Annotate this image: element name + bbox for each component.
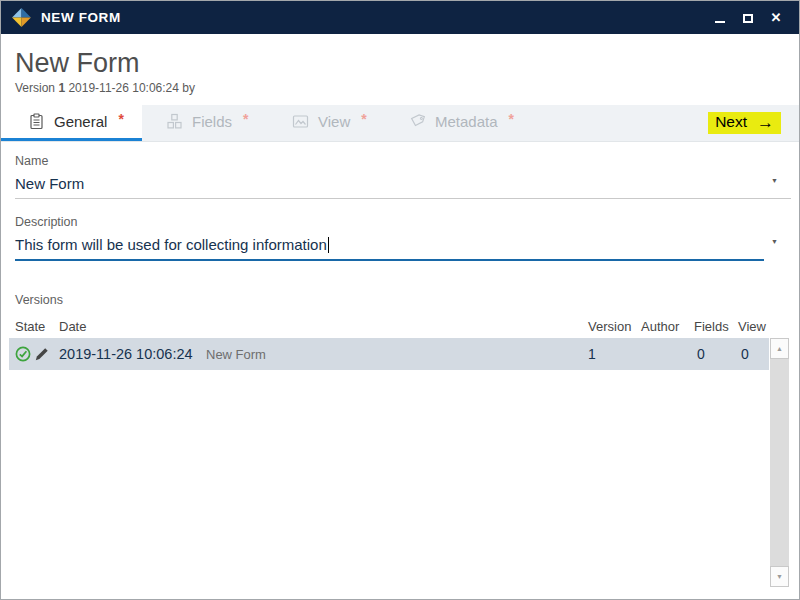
arrow-right-icon: → [757, 114, 774, 131]
tab-view-required: * [361, 111, 366, 127]
scrollbar[interactable]: ▲ ▼ [770, 338, 789, 587]
clipboard-icon [28, 113, 45, 130]
window-title: NEW FORM [41, 10, 121, 25]
version-label: Version [15, 81, 55, 95]
tab-general-label: General [54, 113, 107, 130]
col-state: State [15, 319, 59, 334]
version-by: by [182, 81, 195, 95]
description-field[interactable]: This form will be used for collecting in… [15, 229, 791, 261]
description-text: This form will be used for collecting in… [15, 236, 327, 253]
next-button[interactable]: Next → [708, 112, 781, 134]
tab-general-required: * [118, 111, 123, 127]
row-date: 2019-11-26 10:06:24 [59, 346, 206, 362]
check-circle-icon [15, 346, 31, 362]
state-cell [15, 346, 59, 362]
tab-metadata-required: * [509, 111, 514, 127]
image-icon [292, 113, 309, 130]
minimize-button[interactable] [713, 11, 727, 25]
cubes-icon [166, 113, 183, 130]
tabstrip: General * Fields * View * [1, 105, 799, 142]
tab-view-label: View [318, 113, 350, 130]
name-input[interactable]: New Form [15, 168, 791, 199]
page-header: New Form Version 1 2019-11-26 10:06:24 b… [1, 34, 799, 95]
close-button[interactable]: ✕ [769, 11, 783, 25]
app-window: NEW FORM ✕ New Form Version 1 2019-11-26… [0, 0, 800, 600]
text-cursor [328, 237, 329, 253]
scroll-up-button[interactable]: ▲ [770, 338, 789, 359]
next-button-label: Next [715, 113, 747, 131]
tab-metadata[interactable]: Metadata * [389, 105, 519, 141]
versions-header-row: State Date Version Author Fields View [9, 319, 769, 334]
table-row[interactable]: 2019-11-26 10:06:24 New Form 1 0 0 [9, 338, 769, 370]
description-dropdown-caret-icon[interactable]: ▼ [771, 238, 778, 245]
versions-label: Versions [15, 293, 785, 307]
versions-list: 2019-11-26 10:06:24 New Form 1 0 0 ▲ ▼ [9, 338, 789, 587]
version-subtitle: Version 1 2019-11-26 10:06:24 by [15, 81, 785, 95]
tab-view[interactable]: View * [272, 105, 389, 141]
tab-fields[interactable]: Fields * [142, 105, 272, 141]
col-date: Date [59, 319, 206, 334]
tab-general[interactable]: General * [1, 105, 142, 141]
pencil-icon [34, 346, 50, 362]
form-area: Name New Form ▼ Description This form wi… [1, 154, 799, 261]
row-name: New Form [206, 347, 588, 362]
maximize-button[interactable] [741, 11, 755, 25]
col-fields: Fields [694, 319, 738, 334]
scroll-down-button[interactable]: ▼ [770, 566, 789, 587]
maximize-icon [743, 14, 753, 23]
col-spacer [206, 319, 588, 334]
version-number: 1 [58, 81, 65, 95]
description-input[interactable]: This form will be used for collecting in… [15, 229, 764, 261]
tab-fields-label: Fields [192, 113, 232, 130]
row-view: 0 [738, 346, 769, 362]
version-datetime: 2019-11-26 10:06:24 [68, 81, 179, 95]
description-field-label: Description [15, 215, 785, 229]
row-fields: 0 [694, 346, 738, 362]
minimize-icon [715, 13, 725, 23]
col-view: View [738, 319, 769, 334]
titlebar: NEW FORM ✕ [1, 1, 799, 34]
name-field[interactable]: New Form ▼ [15, 168, 791, 199]
tab-fields-required: * [243, 111, 248, 127]
col-version: Version [588, 319, 641, 334]
row-version: 1 [588, 346, 641, 362]
app-logo-icon [11, 7, 32, 28]
name-dropdown-caret-icon[interactable]: ▼ [771, 177, 778, 184]
tag-icon [409, 113, 426, 130]
col-author: Author [641, 319, 694, 334]
page-title: New Form [15, 47, 785, 79]
name-field-label: Name [15, 154, 785, 168]
tab-metadata-label: Metadata [435, 113, 498, 130]
